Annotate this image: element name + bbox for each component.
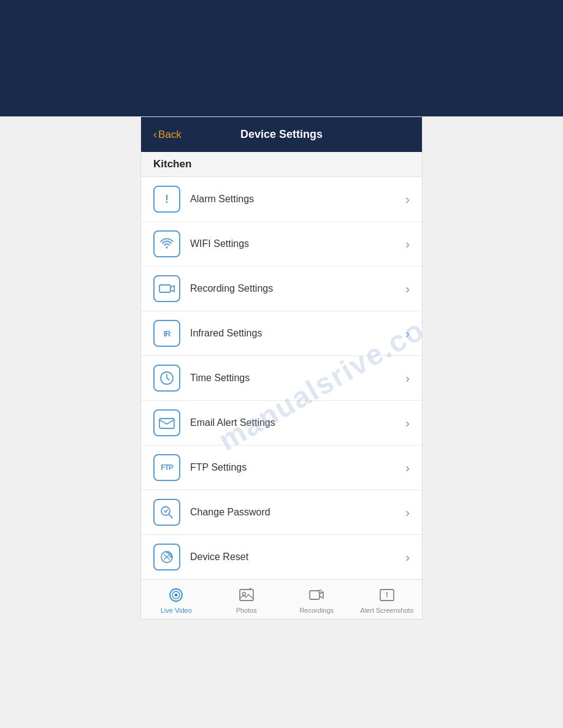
ftp-icon: FTP (153, 454, 180, 481)
menu-content: manualsrive.com ! Alarm Settings › (141, 177, 422, 579)
password-chevron-icon: › (405, 506, 410, 520)
recording-settings-label: Recording Settings (190, 283, 405, 294)
tab-live-video[interactable]: Live Video (141, 580, 212, 619)
password-icon (153, 499, 180, 526)
email-chevron-icon: › (405, 416, 410, 430)
menu-item-recording[interactable]: Recording Settings › (141, 267, 422, 311)
back-chevron-icon: ‹ (153, 128, 157, 141)
svg-rect-2 (159, 285, 170, 292)
menu-item-time[interactable]: Time Settings › (141, 356, 422, 401)
tab-photos[interactable]: Photos (212, 580, 282, 619)
ftp-settings-label: FTP Settings (190, 462, 405, 473)
wifi-settings-label: WIFI Settings (190, 238, 405, 249)
menu-item-email[interactable]: Email Alert Settings › (141, 401, 422, 446)
section-label: Kitchen (141, 152, 422, 177)
reset-chevron-icon: › (405, 550, 410, 564)
menu-item-ftp[interactable]: FTP FTP Settings › (141, 446, 422, 490)
time-chevron-icon: › (405, 371, 410, 385)
recording-chevron-icon: › (405, 282, 410, 296)
menu-item-wifi[interactable]: WIFI Settings › (141, 222, 422, 267)
recording-icon (153, 275, 180, 302)
reset-icon (153, 544, 180, 571)
ftp-chevron-icon: › (405, 461, 410, 475)
live-video-tab-label: Live Video (161, 607, 192, 614)
infrared-chevron-icon: › (405, 327, 410, 341)
recordings-icon: ⚙ (307, 586, 326, 604)
recordings-tab-label: Recordings (299, 607, 334, 614)
wifi-icon (153, 230, 180, 257)
alerts-tab-label: Alert Screenshots (360, 607, 413, 614)
header: ‹ Back Device Settings (141, 117, 422, 152)
tab-alerts[interactable]: ! Alert Screenshots (352, 580, 423, 619)
svg-text:!: ! (386, 590, 388, 599)
svg-rect-12 (310, 591, 320, 599)
page-title: Device Settings (240, 128, 323, 141)
infrared-settings-label: Infrared Settings (190, 328, 405, 339)
svg-rect-10 (240, 590, 253, 601)
change-password-label: Change Password (190, 507, 405, 518)
svg-point-1 (166, 247, 168, 249)
tab-bar: Live Video Photos ⚙ (141, 579, 422, 619)
alarm-icon: ! (153, 186, 180, 213)
back-button[interactable]: ‹ Back (153, 128, 182, 141)
tab-recordings[interactable]: ⚙ Recordings (282, 580, 352, 619)
alarm-settings-label: Alarm Settings (190, 194, 405, 205)
top-bar (0, 0, 563, 116)
photos-icon (237, 586, 256, 604)
alert-screenshots-icon: ! (378, 586, 396, 604)
live-video-icon (167, 586, 185, 604)
wifi-chevron-icon: › (405, 237, 410, 251)
menu-item-password[interactable]: Change Password › (141, 490, 422, 535)
time-icon (153, 365, 180, 392)
photos-tab-label: Photos (236, 607, 257, 614)
email-settings-label: Email Alert Settings (190, 417, 405, 428)
back-label: Back (158, 129, 182, 141)
device-reset-label: Device Reset (190, 552, 405, 563)
svg-point-9 (175, 594, 178, 597)
svg-text:!: ! (165, 193, 169, 205)
infrared-icon: IR (153, 320, 180, 347)
menu-list: ! Alarm Settings › WIFI Setti (141, 177, 422, 579)
menu-item-alarm[interactable]: ! Alarm Settings › (141, 177, 422, 222)
phone-frame: ‹ Back Device Settings Kitchen manualsri… (140, 116, 423, 620)
menu-item-reset[interactable]: Device Reset › (141, 535, 422, 579)
menu-item-infrared[interactable]: IR Infrared Settings › (141, 311, 422, 356)
time-settings-label: Time Settings (190, 373, 405, 384)
alarm-chevron-icon: › (405, 192, 410, 207)
email-icon (153, 409, 180, 436)
